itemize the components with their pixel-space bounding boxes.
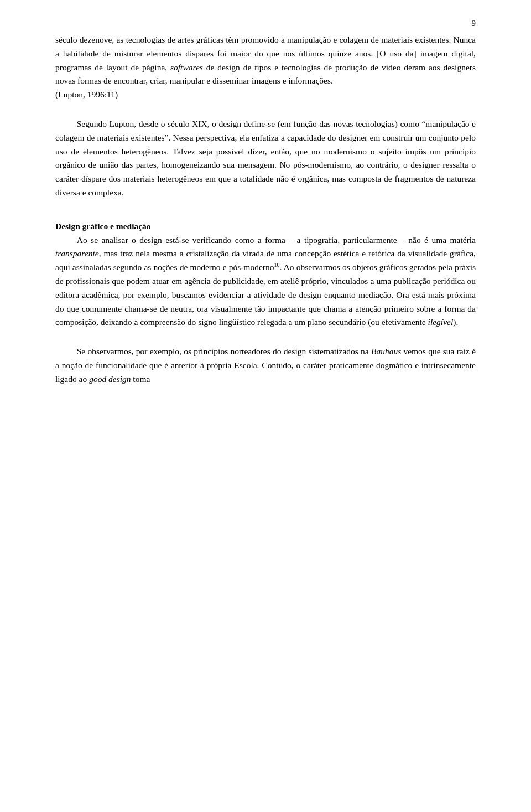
italic-softwares: softwares <box>170 63 203 72</box>
italic-ilegivel: ilegível <box>428 317 454 327</box>
italic-good-design: good design <box>89 374 131 384</box>
page-number: 9 <box>472 17 476 30</box>
italic-transparente: transparente <box>55 249 99 258</box>
paragraph-3: Ao se analisar o design está-se verifica… <box>55 234 476 330</box>
italic-bauhaus: Bauhaus <box>371 346 401 356</box>
paragraph-4: Se observarmos, por exemplo, os princípi… <box>55 345 476 386</box>
paragraph-2: Segundo Lupton, desde o século XIX, o de… <box>55 117 476 200</box>
footnote-10: 10 <box>274 262 279 268</box>
paragraph-1: século dezenove, as tecnologias de artes… <box>55 33 476 102</box>
page: 9 século dezenove, as tecnologias de art… <box>0 0 531 812</box>
section-heading-design-grafico: Design gráfico e mediação <box>55 220 476 234</box>
